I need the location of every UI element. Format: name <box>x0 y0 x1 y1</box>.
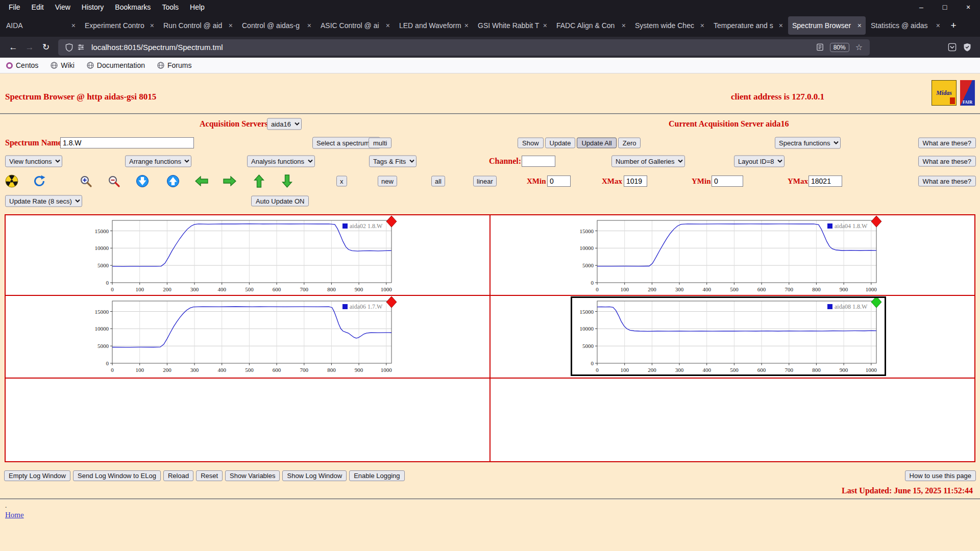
maximize-button[interactable]: □ <box>933 0 957 14</box>
multi-button[interactable]: multi <box>369 138 391 148</box>
permissions-sliders-icon[interactable] <box>77 43 85 51</box>
tab-run-control-aid[interactable]: Run Control @ aid× <box>159 16 237 35</box>
gallery-cell-2[interactable]: 0500010000150000100200300400500600700800… <box>491 215 974 295</box>
show-button[interactable]: Show <box>518 138 544 148</box>
arrange-functions-dropdown[interactable]: Arrange functions <box>125 156 191 167</box>
forward-icon[interactable]: → <box>21 40 38 55</box>
new-tab-button[interactable]: + <box>945 17 962 34</box>
what-are-these-button-3[interactable]: What are these? <box>918 176 976 187</box>
spectrum-name-input[interactable] <box>60 137 194 148</box>
tab-close-icon[interactable]: × <box>150 21 154 30</box>
tab-system-wide-chec[interactable]: System wide Chec× <box>631 16 708 35</box>
menu-view[interactable]: View <box>50 0 76 14</box>
tab-close-icon[interactable]: × <box>307 21 311 30</box>
reload-button[interactable]: Reload <box>163 470 193 481</box>
update-button[interactable]: Update <box>545 138 576 148</box>
menu-edit[interactable]: Edit <box>26 0 50 14</box>
view-functions-dropdown[interactable]: View functions <box>5 156 62 167</box>
show-log-window-button[interactable]: Show Log Window <box>282 470 347 481</box>
home-link[interactable]: Home <box>5 511 24 519</box>
tab-close-icon[interactable]: × <box>464 21 469 30</box>
tab-control-aidas-g[interactable]: Control @ aidas-g× <box>238 16 315 35</box>
tab-close-icon[interactable]: × <box>857 21 862 30</box>
menu-history[interactable]: History <box>76 0 110 14</box>
tab-close-icon[interactable]: × <box>386 21 390 30</box>
tab-close-icon[interactable]: × <box>229 21 233 30</box>
gallery-cell-6[interactable] <box>491 379 974 461</box>
gallery-shift-up-icon[interactable] <box>166 174 180 188</box>
gallery-shift-down-icon[interactable] <box>136 174 149 188</box>
extensions-shield-icon[interactable] <box>960 40 975 55</box>
linear-button[interactable]: linear <box>473 176 497 187</box>
new-button[interactable]: new <box>378 176 397 187</box>
tab-statistics-aidas[interactable]: Statistics @ aidas× <box>867 16 944 35</box>
tab-gsi-white-rabbit-t[interactable]: GSI White Rabbit T× <box>474 16 551 35</box>
spectra-functions-dropdown[interactable]: Spectra functions <box>775 137 841 149</box>
page-up-arrow-icon[interactable] <box>254 174 264 188</box>
spectrum-chart-aida02-1-8-w[interactable]: 0500010000150000100200300400500600700800… <box>87 217 400 294</box>
zoom-in-icon[interactable] <box>79 174 92 188</box>
reader-mode-icon[interactable] <box>816 43 824 51</box>
tab-close-icon[interactable]: × <box>622 21 626 30</box>
spectrum-chart-aida06-1-7-w[interactable]: 0500010000150000100200300400500600700800… <box>87 298 400 374</box>
layout-id-dropdown[interactable]: Layout ID=8 <box>734 156 785 167</box>
menu-help[interactable]: Help <box>184 0 210 14</box>
radiation-icon[interactable] <box>5 174 18 188</box>
tab-close-icon[interactable]: × <box>936 21 940 30</box>
pocket-icon[interactable] <box>944 40 960 55</box>
gallery-cell-5[interactable] <box>6 379 489 461</box>
ymin-input[interactable] <box>712 176 743 187</box>
send-log-window-to-elog-button[interactable]: Send Log Window to ELog <box>73 470 161 481</box>
gallery-cell-1[interactable]: 0500010000150000100200300400500600700800… <box>6 215 489 295</box>
x-button[interactable]: x <box>336 176 347 187</box>
what-are-these-button-1[interactable]: What are these? <box>918 138 976 148</box>
tracking-shield-icon[interactable] <box>65 43 73 52</box>
channel-input[interactable] <box>522 156 555 167</box>
menu-file[interactable]: File <box>3 0 26 14</box>
reload-icon[interactable]: ↻ <box>38 40 54 55</box>
url-text[interactable]: localhost:8015/Spectrum/Spectrum.tml <box>91 43 223 52</box>
acquisition-server-select[interactable]: aida16 <box>267 118 302 130</box>
auto-update-button[interactable]: Auto Update ON <box>251 196 309 207</box>
tab-spectrum-browser[interactable]: Spectrum Browser× <box>788 16 866 35</box>
enable-logging-button[interactable]: Enable Logging <box>349 470 404 481</box>
page-right-arrow-icon[interactable] <box>223 176 236 187</box>
url-bar[interactable]: localhost:8015/Spectrum/Spectrum.tml 80%… <box>58 39 870 56</box>
ymax-input[interactable] <box>808 176 842 187</box>
bookmark-documentation[interactable]: Documentation <box>87 61 145 69</box>
back-icon[interactable]: ← <box>5 40 21 55</box>
how-to-use-button[interactable]: How to use this page <box>905 470 976 481</box>
tab-experiment-contro[interactable]: Experiment Contro× <box>81 16 158 35</box>
empty-log-window-button[interactable]: Empty Log Window <box>4 470 70 481</box>
xmax-input[interactable] <box>624 176 647 187</box>
gallery-cell-3[interactable]: 0500010000150000100200300400500600700800… <box>6 296 489 378</box>
tab-close-icon[interactable]: × <box>700 21 704 30</box>
bookmark-wiki[interactable]: Wiki <box>51 61 74 69</box>
tab-led-and-waveform[interactable]: LED and Waveform× <box>395 16 473 35</box>
bookmark-star-icon[interactable]: ☆ <box>855 42 863 52</box>
refresh-icon[interactable] <box>33 174 46 188</box>
show-variables-button[interactable]: Show Variables <box>225 470 280 481</box>
tab-close-icon[interactable]: × <box>543 21 547 30</box>
bookmark-centos[interactable]: Centos <box>6 61 38 69</box>
all-button[interactable]: all <box>431 176 445 187</box>
update-all-button[interactable]: Update All <box>577 138 616 148</box>
galleries-dropdown[interactable]: Number of Galleries <box>611 156 685 167</box>
bookmark-forums[interactable]: Forums <box>157 61 191 69</box>
spectrum-chart-aida08-1-8-w[interactable]: 0500010000150000100200300400500600700800… <box>572 298 885 374</box>
tab-asic-control-ai[interactable]: ASIC Control @ ai× <box>316 16 394 35</box>
zoom-level-indicator[interactable]: 80% <box>830 43 849 52</box>
analysis-functions-dropdown[interactable]: Analysis functions <box>247 156 315 167</box>
tab-temperature-and-s[interactable]: Temperature and s× <box>709 16 787 35</box>
tags-fits-dropdown[interactable]: Tags & Fits <box>369 156 416 167</box>
tab-close-icon[interactable]: × <box>71 21 76 30</box>
minimize-button[interactable]: – <box>910 0 933 14</box>
tab-close-icon[interactable]: × <box>779 21 783 30</box>
menu-bookmarks[interactable]: Bookmarks <box>109 0 156 14</box>
xmin-input[interactable] <box>547 176 571 187</box>
reset-button[interactable]: Reset <box>196 470 223 481</box>
what-are-these-button-2[interactable]: What are these? <box>918 156 976 167</box>
menu-tools[interactable]: Tools <box>156 0 184 14</box>
update-rate-dropdown[interactable]: Update Rate (8 secs) <box>5 195 82 207</box>
zoom-out-icon[interactable] <box>107 174 120 188</box>
